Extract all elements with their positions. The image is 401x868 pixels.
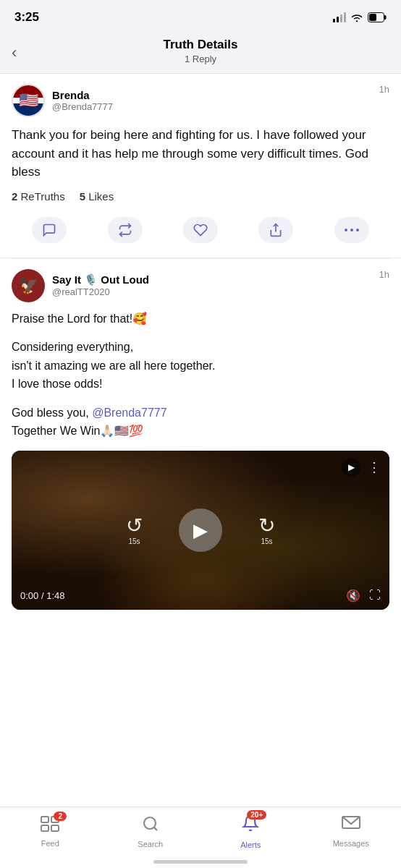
nav-search[interactable]: Search [129,815,172,848]
nav-messages-label: Messages [333,839,369,848]
video-play-button[interactable]: ▶ [179,509,222,552]
header-subtitle: 1 Reply [185,54,216,64]
post-1-avatar: 🇺🇸 [12,84,45,117]
svg-point-4 [345,229,347,231]
status-bar: 3:25 [0,0,401,32]
nav-messages[interactable]: Messages [329,816,373,848]
svg-rect-10 [51,825,59,831]
video-mute-button[interactable]: 🔇 [346,589,360,603]
home-indicator [153,860,248,864]
post-1-retruths: 2 ReTruths [12,190,65,203]
post-1: 🇺🇸 Brenda @Brenda7777 1h Thank you for b… [0,74,401,258]
alerts-badge: 20+ [247,810,266,820]
post-2: 🦅 Say It 🎙️ Out Loud @realTT2020 1h Prai… [0,259,401,621]
video-more-button[interactable]: ⋮ [368,459,381,475]
bottom-nav: 2 Feed Search 20+ Alerts [0,807,401,868]
video-fullscreen-button[interactable]: ⛶ [369,589,381,603]
post-1-display-name: Brenda [52,89,113,101]
post-2-user-names: Say It 🎙️ Out Loud @realTT2020 [52,273,149,297]
share-button[interactable] [258,217,293,243]
feed-badge: 2 [54,812,67,821]
wifi-icon [350,12,363,22]
post-2-handle: @realTT2020 [52,286,149,297]
svg-line-12 [153,827,156,830]
post-2-avatar: 🦅 [12,269,45,302]
nav-search-label: Search [138,840,163,848]
battery-icon [368,12,387,22]
skip-back-button[interactable]: ↺ 15s [126,516,143,545]
svg-rect-2 [369,14,376,21]
nav-alerts[interactable]: 20+ Alerts [229,814,272,849]
post-1-handle: @Brenda7777 [52,101,113,112]
post-1-text: Thank you for being here and fighting fo… [12,126,389,182]
post-1-time: 1h [379,84,389,95]
video-top-controls: ▶ ⋮ [342,458,381,477]
nav-feed[interactable]: 2 Feed [28,816,72,848]
post-2-line2: Considering everything, isn't it amazing… [12,338,389,393]
status-icons [333,12,387,22]
status-time: 3:25 [14,10,39,25]
video-time-display: 0:00 / 1:48 [20,590,64,601]
post-2-line1: Praise the Lord for that!🥰 [12,310,389,328]
like-button[interactable] [183,217,218,243]
messages-icon [342,816,360,836]
svg-rect-8 [41,825,48,831]
post-1-likes: 5 Likes [80,190,114,203]
back-button[interactable]: ‹ [12,43,17,62]
signal-icon [333,12,346,22]
svg-point-5 [350,229,353,231]
svg-rect-7 [41,817,48,822]
post-2-text: Praise the Lord for that!🥰 Considering e… [12,310,389,441]
video-pip-button[interactable]: ▶ [342,458,360,477]
video-player[interactable]: ▶ ⋮ ↺ 15s ▶ ↻ 15s 0:00 / 1:48 🔇 ⛶ [12,451,389,610]
video-bottom-icons: 🔇 ⛶ [346,589,381,603]
reply-button[interactable] [32,217,67,243]
nav-alerts-label: Alerts [240,841,261,849]
post-2-user-info: 🦅 Say It 🎙️ Out Loud @realTT2020 [12,269,149,302]
feed-icon: 2 [41,816,59,836]
svg-point-6 [356,229,359,231]
post-1-user-names: Brenda @Brenda7777 [52,89,113,112]
mention-brenda[interactable]: @Brenda7777 [92,407,166,419]
video-bottom-controls: 0:00 / 1:48 🔇 ⛶ [20,589,381,603]
more-button[interactable] [334,217,369,243]
alerts-icon: 20+ [242,814,259,838]
skip-forward-button[interactable]: ↻ 15s [258,516,275,545]
retruth-button[interactable] [108,217,143,243]
video-center-controls: ↺ 15s ▶ ↻ 15s [126,509,275,552]
header: ‹ Truth Details 1 Reply [0,32,401,74]
post-1-stats: 2 ReTruths 5 Likes [12,190,389,203]
post-1-user-info: 🇺🇸 Brenda @Brenda7777 [12,84,113,117]
svg-rect-1 [384,15,387,20]
header-title: Truth Details [164,38,238,52]
svg-point-11 [144,817,156,829]
search-icon [142,815,159,837]
post-2-display-name: Say It 🎙️ Out Loud [52,273,149,286]
post-2-time: 1h [379,269,389,280]
post-1-actions [12,213,389,247]
post-2-line3: God bless you, @Brenda7777Together We Wi… [12,404,389,441]
nav-feed-label: Feed [41,839,59,848]
